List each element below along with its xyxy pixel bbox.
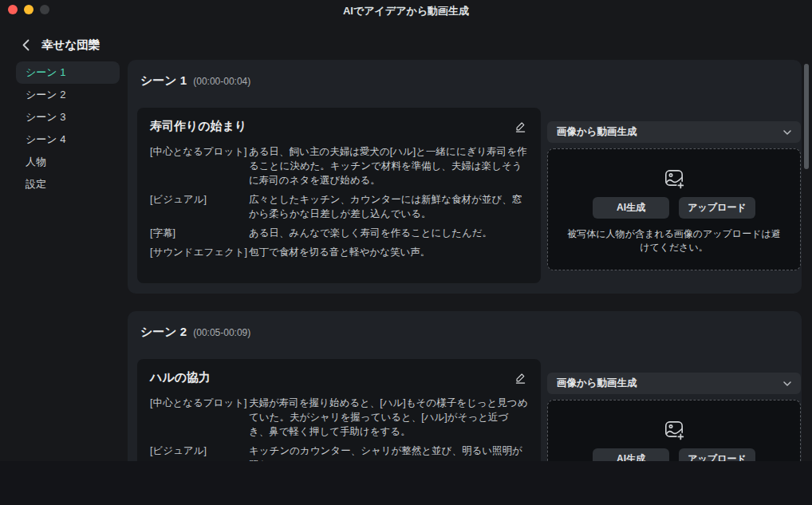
sidebar-item-settings[interactable]: 設定 <box>16 173 120 195</box>
scene-2-time-range: (00:05-00:09) <box>193 327 250 338</box>
chevron-left-icon <box>22 39 30 51</box>
app-window: AIでアイデアから動画生成 幸せな団欒 シーン 1 シーン 2 シーン 3 シー… <box>0 0 812 505</box>
project-title: 幸せな団欒 <box>41 37 100 53</box>
row-text: 夫婦が寿司を握り始めると、[ハル]もその様子をじっと見つめていた。夫がシャリを握… <box>249 396 528 439</box>
image-add-icon <box>662 417 686 441</box>
scene-2-rows: [中心となるプロット] 夫婦が寿司を握り始めると、[ハル]もその様子をじっと見つ… <box>137 385 541 472</box>
script-row: [中心となるプロット] ある日、飼い主の夫婦は愛犬の[ハル]と一緒ににぎり寿司を… <box>150 144 528 187</box>
script-row: [中心となるプロット] 夫婦が寿司を握り始めると、[ハル]もその様子をじっと見つ… <box>150 396 528 439</box>
scene-1-script-card: 寿司作りの始まり [中心となるプロット] ある日、飼い主の夫婦は愛犬の[ハル]と… <box>137 108 541 283</box>
sidebar-item-scene-3[interactable]: シーン 3 <box>16 106 120 128</box>
footer-bar: 2690 + 生成 480 <box>0 461 812 505</box>
edit-scene-1-button[interactable] <box>514 120 526 132</box>
scrollbar-thumb[interactable] <box>804 64 809 169</box>
sidebar-item-scene-2[interactable]: シーン 2 <box>16 84 120 106</box>
chevron-down-icon <box>783 381 791 386</box>
row-label: [サウンドエフェクト] <box>150 245 249 259</box>
ai-generate-image-button[interactable]: AI生成 <box>593 197 669 219</box>
row-label: [中心となるプロット] <box>150 396 249 439</box>
row-label: [中心となるプロット] <box>150 144 249 187</box>
edit-scene-2-button[interactable] <box>514 372 526 384</box>
row-text: ある日、みんなで楽しく寿司を作ることにしたんだ。 <box>249 226 528 240</box>
scene-1-heading: シーン 1(00:00-00:04) <box>140 73 250 89</box>
scene-1-title: シーン 1 <box>140 73 187 87</box>
chevron-down-icon <box>783 130 791 135</box>
sidebar: シーン 1 シーン 2 シーン 3 シーン 4 人物 設定 <box>16 61 120 195</box>
back-button[interactable] <box>22 39 30 51</box>
script-row: [サウンドエフェクト] 包丁で食材を切る音と軽やかな笑い声。 <box>150 245 528 259</box>
scene-1-card-title: 寿司作りの始まり <box>150 119 246 134</box>
dropdown-selected-value: 画像から動画生成 <box>557 377 637 390</box>
row-text: ある日、飼い主の夫婦は愛犬の[ハル]と一緒ににぎり寿司を作ることに決めた。キッチ… <box>249 144 528 187</box>
scene-1-time-range: (00:00-00:04) <box>193 76 250 87</box>
scene-1-generation-mode-dropdown[interactable]: 画像から動画生成 <box>547 121 801 143</box>
project-header: 幸せな団欒 <box>22 37 100 53</box>
dropdown-selected-value: 画像から動画生成 <box>557 125 637 139</box>
script-row: [字幕] ある日、みんなで楽しく寿司を作ることにしたんだ。 <box>150 226 528 240</box>
scene-2-title: シーン 2 <box>140 325 187 338</box>
upload-image-button[interactable]: アップロード <box>679 197 755 219</box>
pencil-edit-icon <box>514 120 526 132</box>
scene-2-heading: シーン 2(00:05-00:09) <box>140 325 250 340</box>
scene-1-image-dropzone[interactable]: AI生成 アップロード 被写体に人物が含まれる画像のアップロードは避けてください… <box>547 148 801 270</box>
sidebar-item-characters[interactable]: 人物 <box>16 151 120 173</box>
scene-2-card-title: ハルの協力 <box>150 370 211 385</box>
sidebar-item-scene-4[interactable]: シーン 4 <box>16 128 120 151</box>
row-label: [ビジュアル] <box>150 192 249 221</box>
sidebar-item-scene-1[interactable]: シーン 1 <box>16 61 120 84</box>
image-add-icon <box>662 166 686 190</box>
scene-1-rows: [中心となるプロット] ある日、飼い主の夫婦は愛犬の[ハル]と一緒ににぎり寿司を… <box>137 134 541 259</box>
scene-2-generation-mode-dropdown[interactable]: 画像から動画生成 <box>547 373 801 394</box>
pencil-edit-icon <box>514 372 526 384</box>
script-row: [ビジュアル] 広々としたキッチン、カウンターには新鮮な食材が並び、窓から柔らか… <box>150 192 528 221</box>
scene-1-generator-column: 画像から動画生成 AI生成 アップロード 被写体に人物が含まれる画像のアップロー… <box>547 121 801 270</box>
app-title: AIでアイデアから動画生成 <box>0 4 812 18</box>
row-text: 広々としたキッチン、カウンターには新鮮な食材が並び、窓から柔らかな日差しが差し込… <box>249 192 528 221</box>
upload-warning-text: 被写体に人物が含まれる画像のアップロードは避けてください。 <box>548 227 800 254</box>
scene-1-panel: シーン 1(00:00-00:04) 寿司作りの始まり [中心となるプロット] … <box>128 60 802 294</box>
row-label: [字幕] <box>150 226 249 240</box>
row-text: 包丁で食材を切る音と軽やかな笑い声。 <box>249 245 528 259</box>
titlebar: AIでアイデアから動画生成 <box>0 0 812 21</box>
